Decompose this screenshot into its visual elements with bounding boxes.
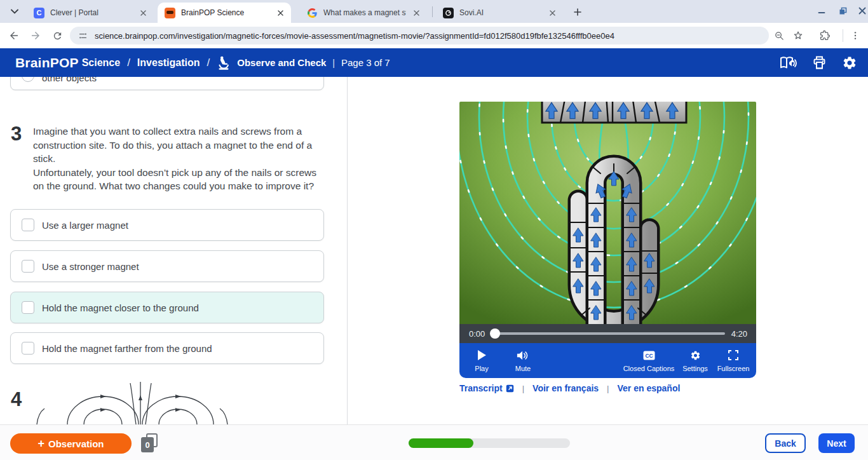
kebab-menu-icon (850, 30, 860, 41)
brainpop-header: BrainPOP Science / Investigation / Obser… (0, 48, 868, 77)
question-text: Imagine that you want to collect extra n… (33, 125, 328, 193)
tab-close-icon[interactable] (547, 8, 558, 18)
tab-clever-portal[interactable]: C Clever | Portal (27, 3, 154, 23)
control-label: Mute (515, 365, 531, 372)
answer-option-partial[interactable]: other objects (10, 77, 324, 90)
tab-title: Clever | Portal (50, 8, 133, 17)
bookmark-star-button[interactable] (789, 27, 807, 44)
answer-option-closer-to-ground[interactable]: Hold the magnet closer to the ground (10, 292, 324, 323)
gear-icon (690, 349, 701, 362)
back-arrow-icon (8, 30, 20, 41)
forward-nav-button[interactable] (27, 27, 44, 44)
seek-knob[interactable] (490, 328, 500, 339)
tab-close-icon[interactable] (138, 8, 149, 18)
observation-count: 0 (141, 437, 154, 452)
extensions-button[interactable] (816, 27, 834, 44)
close-icon (858, 7, 866, 15)
question-paragraph: Unfortunately, your tool doesn’t pick up… (33, 166, 328, 193)
plus-icon: + (37, 437, 44, 450)
answer-option-farther-from-ground[interactable]: Hold the magnet farther from the ground (10, 332, 324, 364)
footer-bar: + Observation 0 Back Next (0, 424, 868, 460)
tab-close-icon[interactable] (411, 8, 422, 18)
back-nav-button[interactable] (5, 27, 23, 44)
french-label: Voir en français (532, 383, 599, 393)
window-close-button[interactable] (851, 0, 868, 22)
chevron-down-icon (11, 9, 18, 14)
toolbar-divider (843, 29, 843, 42)
minimize-icon (818, 7, 825, 15)
option-label: Use a stronger magnet (42, 261, 139, 272)
video-frame[interactable] (459, 102, 756, 324)
section-title: Observe and Check (237, 57, 326, 68)
link-separator: | (522, 384, 524, 393)
spanish-link[interactable]: Ver en español (618, 383, 681, 393)
brainpop-logo[interactable]: BrainPOP (15, 55, 79, 71)
back-button[interactable]: Back (765, 433, 806, 453)
read-aloud-button[interactable] (779, 53, 798, 72)
reload-button[interactable] (48, 27, 66, 44)
breadcrumb-separator: / (127, 57, 130, 69)
header-divider: | (332, 58, 335, 68)
tab-what-makes-magnet[interactable]: What makes a magnet stick to (300, 3, 427, 23)
window-restore-button[interactable] (832, 0, 853, 22)
transcript-link[interactable]: Transcript (459, 383, 514, 393)
tab-search-chevron-button[interactable] (6, 4, 23, 18)
answer-option-larger-magnet[interactable]: Use a larger magnet (10, 209, 324, 241)
printer-icon (812, 55, 827, 70)
control-label: Settings (682, 365, 708, 372)
window-minimize-button[interactable] (811, 0, 832, 22)
video-links-row: Transcript | Voir en français | Ver en e… (459, 383, 680, 393)
address-bar[interactable]: science.brainpop.com/investigation/magne… (70, 27, 769, 44)
fullscreen-button[interactable]: Fullscreen (705, 349, 762, 372)
question-number: 4 (11, 389, 22, 409)
breadcrumb-separator: / (207, 57, 210, 69)
lesson-progress-bar (409, 438, 570, 448)
duration: 4:20 (731, 329, 747, 339)
google-favicon (307, 8, 318, 18)
panel-divider (347, 77, 348, 424)
brainpop-favicon (165, 8, 175, 18)
tab-sovi-ai[interactable]: Sovi.AI (436, 3, 563, 23)
tab-title: Sovi.AI (459, 8, 542, 17)
checkbox[interactable] (22, 219, 34, 231)
browser-menu-button[interactable] (846, 27, 864, 44)
breadcrumb-investigation[interactable]: Investigation (137, 57, 200, 69)
microscope-icon (217, 55, 231, 71)
answer-option-stronger-magnet[interactable]: Use a stronger magnet (10, 250, 324, 282)
restore-icon (839, 7, 847, 15)
mute-button[interactable]: Mute (494, 349, 552, 372)
tab-close-icon[interactable] (275, 8, 286, 18)
checkbox[interactable] (22, 301, 34, 314)
site-info-icon[interactable] (78, 30, 88, 41)
radio-button[interactable] (22, 77, 34, 82)
read-aloud-icon (780, 56, 797, 70)
video-seek-bar: 0:00 4:20 (459, 324, 756, 343)
gear-icon (842, 55, 857, 71)
add-observation-button[interactable]: + Observation (10, 433, 132, 454)
checkbox[interactable] (22, 260, 34, 273)
tab-title: BrainPOP Science (181, 8, 270, 17)
back-label: Back (775, 438, 796, 449)
checkbox[interactable] (22, 342, 34, 355)
question-number: 3 (11, 124, 22, 144)
seek-track[interactable] (496, 332, 725, 335)
observation-count-badge[interactable]: 0 (141, 433, 160, 452)
tab-brainpop-science[interactable]: BrainPOP Science (158, 3, 291, 23)
new-tab-button[interactable] (569, 4, 585, 20)
settings-button[interactable] (840, 53, 859, 72)
link-separator: | (607, 384, 609, 393)
option-label: Hold the magnet closer to the ground (42, 302, 199, 313)
sovi-favicon (443, 8, 454, 18)
lesson-progress-fill (409, 438, 473, 448)
field-lines-diagram (31, 380, 234, 424)
external-link-icon (506, 384, 514, 393)
zoom-indicator-button[interactable] (770, 27, 788, 44)
observation-label: Observation (48, 438, 104, 449)
next-button[interactable]: Next (818, 433, 855, 453)
option-label: Use a larger magnet (42, 220, 128, 231)
transcript-label: Transcript (459, 383, 503, 393)
fullscreen-icon (728, 349, 738, 362)
french-link[interactable]: Voir en français (532, 383, 599, 393)
print-button[interactable] (810, 53, 829, 72)
question-paragraph: Imagine that you want to collect extra n… (33, 125, 328, 166)
